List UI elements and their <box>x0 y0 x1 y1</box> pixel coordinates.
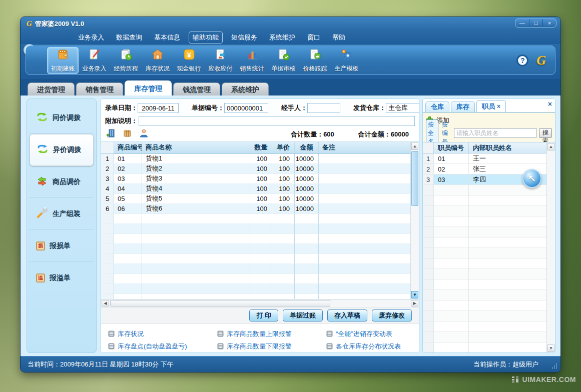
items-vertical-scrollbar[interactable]: ▲ ▼ <box>410 142 419 299</box>
items-table-row[interactable] <box>101 284 410 294</box>
link-stock-upper-alert[interactable]: 库存商品数量上限报警 <box>217 328 326 340</box>
items-table-row[interactable] <box>101 244 410 254</box>
tab-stock[interactable]: 库存 <box>451 102 475 112</box>
menu-item-window[interactable]: 窗口 <box>304 32 324 43</box>
tab-purchase-mgmt[interactable]: 进货管理 <box>28 82 75 96</box>
ship-warehouse-input[interactable] <box>386 103 419 113</box>
toolbar-item-business-entry[interactable]: 业务录入 <box>79 47 110 74</box>
link-allpowerful-flow-report[interactable]: “全能”进销存变动表 <box>326 328 419 340</box>
link-stock-status[interactable]: 库存状况 <box>108 328 217 340</box>
items-table-row[interactable] <box>101 214 410 224</box>
maximize-button[interactable]: □ <box>529 19 542 27</box>
staff-table-row[interactable] <box>423 258 546 269</box>
items-table-row[interactable]: 101货物110010010000 <box>101 154 410 164</box>
link-warehouse-distribution[interactable]: 各仓库库存分布状况表 <box>326 340 419 352</box>
close-button[interactable]: × <box>542 19 556 27</box>
scroll-down-icon[interactable]: ▼ <box>547 344 554 352</box>
tab-close-icon[interactable]: × <box>497 103 500 110</box>
toolbar-item-cash-bank[interactable]: ¥ 现金银行 <box>173 47 205 74</box>
items-table-row[interactable] <box>101 234 410 244</box>
doc-number-input[interactable] <box>224 103 268 113</box>
search-button[interactable]: 搜索 <box>539 128 552 138</box>
staff-table-row[interactable]: 101王一 <box>423 154 546 164</box>
post-voucher-button[interactable]: 单据过账 <box>283 310 323 322</box>
sidebar-item-loss-report[interactable]: 损 报损单 <box>30 230 94 262</box>
tab-system-maint[interactable]: 系统维护 <box>222 82 269 96</box>
staff-table-row[interactable] <box>423 269 546 280</box>
save-draft-button[interactable]: 存入草稿 <box>327 310 367 322</box>
toolbar-item-sales-stats[interactable]: 销售统计 <box>236 47 268 74</box>
panel-close-icon[interactable]: × <box>548 100 552 108</box>
staff-table-row[interactable] <box>423 290 546 300</box>
staff-table-row[interactable] <box>423 227 546 238</box>
menu-item-aux-functions[interactable]: 辅助功能 <box>189 32 223 44</box>
staff-table-row[interactable] <box>423 280 546 290</box>
tab-staff[interactable]: 职员× <box>476 100 506 112</box>
staff-table-row[interactable] <box>423 322 546 332</box>
menu-item-help[interactable]: 帮助 <box>329 32 349 43</box>
minimize-button[interactable]: — <box>515 19 529 27</box>
scroll-right-icon[interactable]: ▶ <box>411 300 418 306</box>
link-stock-lower-alert[interactable]: 库存商品数量下限报警 <box>217 340 326 352</box>
items-table-row[interactable]: 606货物610010010000 <box>101 204 410 214</box>
staff-table-row[interactable] <box>423 311 546 322</box>
menu-item-data-query[interactable]: 数据查询 <box>113 32 146 43</box>
items-table-row[interactable]: 505货物510010010000 <box>101 194 410 204</box>
items-table-row[interactable]: 404货物410010010000 <box>101 184 410 194</box>
items-table-row[interactable] <box>101 294 410 299</box>
tab-warehouse[interactable]: 仓库 <box>425 102 449 112</box>
toolbar-item-initial-setup[interactable]: 初期建账 <box>47 47 79 74</box>
print-button[interactable]: 打 印 <box>249 310 278 322</box>
toolbar-item-history[interactable]: 经营历程 <box>110 47 142 74</box>
toolbar-item-prod-template[interactable]: 生产模板 <box>331 47 362 74</box>
note-input[interactable] <box>139 116 415 126</box>
items-table-row[interactable] <box>101 224 410 234</box>
link-stock-count[interactable]: 库存盘点(自动盘盈盘亏) <box>108 340 217 352</box>
items-horizontal-scrollbar[interactable]: ◀ ▶ <box>101 300 419 308</box>
discard-changes-button[interactable]: 废弃修改 <box>372 310 412 322</box>
help-icon[interactable]: ? <box>516 54 528 66</box>
warehouse-lookup-icon[interactable] <box>106 128 116 140</box>
toolbar-item-stock-status[interactable]: 库存状况 <box>142 47 173 74</box>
staff-vertical-scrollbar[interactable]: ▲ ▼ <box>546 142 555 352</box>
staff-table-row[interactable] <box>423 238 546 248</box>
sidebar-item-assembly[interactable]: 生产组装 <box>30 198 94 230</box>
entry-date-input[interactable] <box>138 103 179 113</box>
toolbar-item-doc-audit[interactable]: 单据审核 <box>268 47 299 74</box>
scroll-up-icon[interactable]: ▲ <box>547 143 554 150</box>
sidebar-item-surplus-report[interactable]: 溢 报溢单 <box>30 262 94 294</box>
scroll-up-icon[interactable]: ▲ <box>411 142 418 150</box>
sidebar-item-price-adjust[interactable]: 商品调价 <box>30 166 94 198</box>
tab-sales-mgmt[interactable]: 销售管理 <box>76 82 123 96</box>
scroll-left-icon[interactable]: ◀ <box>102 300 109 306</box>
menu-item-business-entry[interactable]: 业务录入 <box>75 32 108 43</box>
resize-grip[interactable] <box>551 364 557 370</box>
items-table-row[interactable] <box>101 254 410 264</box>
staff-table-row[interactable] <box>423 332 546 342</box>
scrollbar-thumb[interactable] <box>411 151 418 206</box>
items-table-row[interactable] <box>101 274 410 284</box>
items-table-row[interactable] <box>101 264 410 274</box>
items-table-row[interactable]: 202货物210010010000 <box>101 164 410 174</box>
tab-cashflow-mgmt[interactable]: 钱流管理 <box>173 82 220 96</box>
menu-item-sms-service[interactable]: 短信服务 <box>228 32 261 43</box>
staff-search-input[interactable] <box>454 128 536 138</box>
toolbar-item-price-track[interactable]: 价格跟踪 <box>299 47 331 74</box>
staff-table-row[interactable] <box>423 196 546 206</box>
toolbar-item-payables[interactable]: 应收应付 <box>205 47 236 74</box>
staff-table-row[interactable] <box>423 216 546 227</box>
sidebar-item-same-price-transfer[interactable]: 同价调拨 <box>30 102 94 134</box>
scrollbar-thumb[interactable] <box>110 300 330 306</box>
staff-table-row[interactable] <box>423 300 546 311</box>
tab-inventory-mgmt[interactable]: 库存管理 <box>125 80 172 96</box>
staff-table-row[interactable] <box>423 248 546 258</box>
staff-table-row[interactable] <box>423 342 546 352</box>
menu-item-basic-info[interactable]: 基本信息 <box>151 32 184 43</box>
stock-lookup-icon[interactable] <box>123 128 132 140</box>
items-table-row[interactable]: 303货物310010010000 <box>101 174 410 184</box>
menu-item-system-maint[interactable]: 系统维护 <box>266 32 299 43</box>
sidebar-item-diff-price-transfer[interactable]: 异价调拨 <box>30 134 94 166</box>
staff-table-row[interactable] <box>423 206 546 216</box>
handler-input[interactable] <box>307 103 340 113</box>
staff-lookup-icon[interactable] <box>139 128 149 140</box>
